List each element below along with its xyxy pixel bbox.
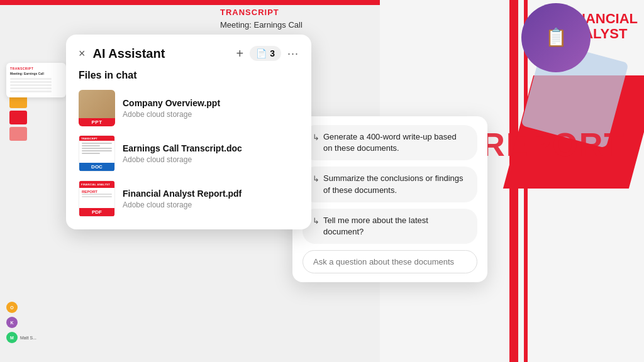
ppt-type-label: PPT bbox=[79, 118, 115, 126]
suggestion-arrow-1: ↳ bbox=[313, 132, 319, 143]
ai-panel-header: × AI Assistant + 📄 3 ··· bbox=[66, 35, 311, 70]
mini-user-name: Matt S... bbox=[20, 336, 36, 340]
file-info-pdf: Financial Analyst Report.pdf Adobe cloud… bbox=[123, 188, 299, 209]
file-name-pdf: Financial Analyst Report.pdf bbox=[123, 188, 299, 199]
sq-red bbox=[9, 111, 27, 124]
sq-salmon bbox=[9, 127, 27, 141]
file-item-pdf[interactable]: FINANCIAL ANALYST REPORT PDF Financial A… bbox=[79, 180, 299, 217]
ppt-thumbnail: PPT bbox=[79, 90, 115, 126]
files-count: 3 bbox=[270, 48, 275, 58]
file-source-doc: Adobe cloud storage bbox=[123, 155, 299, 164]
mini-user-2: K bbox=[6, 317, 36, 328]
file-thumb-ppt: PPT bbox=[79, 90, 115, 126]
tran-line-1 bbox=[10, 78, 52, 80]
tran-line-2 bbox=[10, 81, 52, 83]
tran-meeting: Meeting: Earnings Call bbox=[10, 72, 62, 75]
suggestion-item-1[interactable]: ↳ Generate a 400-word write-up based on … bbox=[303, 125, 477, 160]
add-button[interactable]: + bbox=[236, 47, 244, 61]
pdf-body: REPORT bbox=[79, 188, 114, 208]
left-transcript-card: TRANSCRIPT Meeting: Earnings Call bbox=[6, 63, 66, 97]
doc-type-label: DOC bbox=[79, 163, 114, 171]
doc-line-3 bbox=[82, 148, 112, 149]
mini-avatar-3: M bbox=[6, 332, 18, 343]
doc-line-5 bbox=[82, 153, 100, 154]
ask-question-input[interactable] bbox=[313, 257, 467, 266]
file-list: PPT Company Overview.ppt Adobe cloud sto… bbox=[79, 90, 299, 217]
suggestion-item-3[interactable]: ↳ Tell me more about the latest document… bbox=[303, 209, 477, 244]
mini-user-3: M Matt S... bbox=[6, 332, 36, 343]
tran-label: TRANSCRIPT bbox=[10, 67, 62, 70]
close-button[interactable]: × bbox=[79, 48, 86, 59]
file-info-doc: Earnings Call Transcript.doc Adobe cloud… bbox=[123, 143, 299, 164]
suggestion-arrow-3: ↳ bbox=[313, 216, 319, 227]
suggestion-arrow-2: ↳ bbox=[313, 173, 319, 185]
files-in-chat-title: Files in chat bbox=[79, 70, 299, 81]
doc-line-2 bbox=[82, 145, 100, 146]
suggestion-text-3: Tell me more about the latest document? bbox=[323, 215, 467, 238]
file-item-ppt[interactable]: PPT Company Overview.ppt Adobe cloud sto… bbox=[79, 90, 299, 126]
more-options-button[interactable]: ··· bbox=[287, 47, 299, 60]
ask-input-container bbox=[303, 250, 477, 273]
suggestion-item-2[interactable]: ↳ Summarize the conclusions or findings … bbox=[303, 167, 477, 202]
suggestion-panel: ↳ Generate a 400-word write-up based on … bbox=[292, 116, 487, 282]
file-info-ppt: Company Overview.ppt Adobe cloud storage bbox=[123, 97, 299, 119]
suggestion-text-1: Generate a 400-word write-up based on th… bbox=[323, 131, 467, 154]
ai-panel-body: Files in chat PPT Company Overview.ppt A… bbox=[66, 70, 311, 229]
mini-avatar-2: K bbox=[6, 317, 18, 328]
pdf-type-label: PDF bbox=[79, 208, 114, 216]
report-text: REPORT bbox=[481, 126, 625, 163]
badge-icon: 📋 bbox=[545, 29, 567, 47]
file-thumb-pdf: FINANCIAL ANALYST REPORT PDF bbox=[79, 180, 115, 217]
tran-line-3 bbox=[10, 84, 52, 86]
ppt-thumb-image bbox=[79, 90, 115, 118]
tran-line-5 bbox=[10, 90, 52, 92]
mini-user-1: O bbox=[6, 302, 36, 313]
file-item-doc[interactable]: TRANSCRIPT DOC Earnings Call Transc bbox=[79, 135, 299, 172]
files-badge-button[interactable]: 📄 3 bbox=[250, 46, 281, 61]
pdf-line-2 bbox=[82, 196, 112, 197]
files-badge-icon: 📄 bbox=[256, 48, 267, 58]
file-name-doc: Earnings Call Transcript.doc bbox=[123, 143, 299, 154]
file-source-pdf: Adobe cloud storage bbox=[123, 200, 299, 209]
mini-users-list: O K M Matt S... bbox=[6, 302, 36, 343]
pdf-header-title: FINANCIAL ANALYST bbox=[81, 183, 113, 186]
doc-line-4 bbox=[82, 150, 112, 151]
transcript-label: TRANSCRIPT bbox=[220, 8, 279, 17]
file-thumb-doc: TRANSCRIPT DOC bbox=[79, 135, 115, 172]
pdf-thumb-header: FINANCIAL ANALYST bbox=[79, 181, 114, 188]
meeting-label: Meeting: Earnings Call bbox=[220, 20, 303, 30]
pdf-thumbnail: FINANCIAL ANALYST REPORT PDF bbox=[79, 180, 115, 217]
doc-line-1 bbox=[82, 143, 112, 144]
doc-thumbnail: TRANSCRIPT DOC bbox=[79, 135, 115, 172]
ai-assistant-panel: × AI Assistant + 📄 3 ··· Files in chat P… bbox=[66, 35, 311, 229]
file-name-ppt: Company Overview.ppt bbox=[123, 97, 299, 109]
ai-panel-title: AI Assistant bbox=[93, 47, 229, 61]
pdf-line-1 bbox=[82, 194, 112, 195]
doc-thumb-header: TRANSCRIPT bbox=[79, 136, 114, 141]
file-source-ppt: Adobe cloud storage bbox=[123, 110, 299, 119]
suggestion-text-2: Summarize the conclusions or findings of… bbox=[323, 173, 467, 195]
financial-badge: 📋 bbox=[521, 3, 591, 72]
left-squares-decoration bbox=[9, 94, 27, 141]
doc-lines bbox=[79, 141, 114, 163]
header-actions: + 📄 3 ··· bbox=[236, 46, 299, 61]
doc-header-text: TRANSCRIPT bbox=[81, 137, 97, 140]
tran-line-4 bbox=[10, 87, 52, 89]
mini-avatar-1: O bbox=[6, 302, 18, 313]
